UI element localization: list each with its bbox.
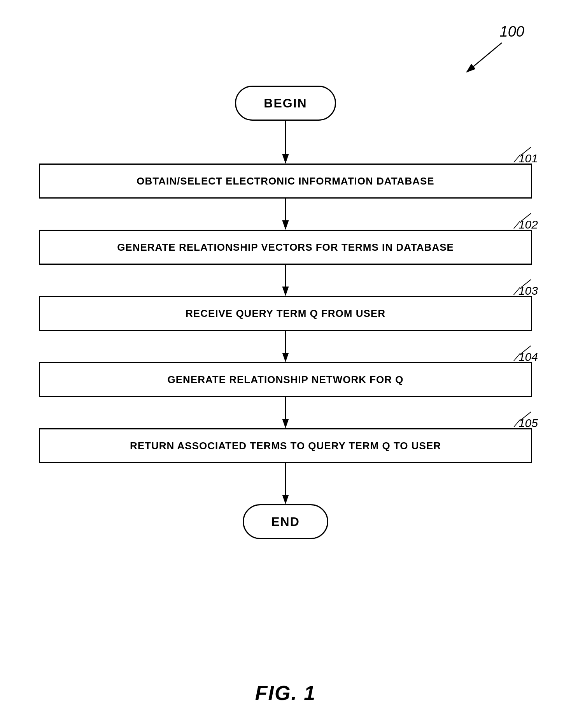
ref-number-100: 100	[500, 23, 524, 40]
ref-number-102: ∕102	[517, 218, 538, 231]
svg-line-1	[467, 43, 502, 72]
process-box-101: OBTAIN/SELECT ELECTRONIC INFORMATION DAT…	[39, 164, 532, 199]
process-label-104: GENERATE RELATIONSHIP NETWORK FOR Q	[167, 374, 403, 386]
end-terminal: END	[243, 504, 328, 539]
begin-label: BEGIN	[264, 96, 307, 111]
process-label-101: OBTAIN/SELECT ELECTRONIC INFORMATION DAT…	[137, 175, 434, 187]
begin-terminal: BEGIN	[235, 86, 336, 121]
process-box-104: GENERATE RELATIONSHIP NETWORK FOR Q	[39, 362, 532, 397]
process-label-105: RETURN ASSOCIATED TERMS TO QUERY TERM Q …	[130, 440, 441, 452]
process-box-102: GENERATE RELATIONSHIP VECTORS FOR TERMS …	[39, 230, 532, 265]
ref-number-105: ∕105	[517, 417, 538, 430]
process-label-103: RECEIVE QUERY TERM Q FROM USER	[186, 308, 385, 320]
process-box-105: RETURN ASSOCIATED TERMS TO QUERY TERM Q …	[39, 428, 532, 463]
figure-label: FIG. 1	[255, 681, 316, 705]
process-box-103: RECEIVE QUERY TERM Q FROM USER	[39, 296, 532, 331]
end-label: END	[271, 515, 300, 529]
ref-number-104: ∕104	[517, 350, 538, 364]
ref-number-103: ∕103	[517, 284, 538, 297]
diagram-container: 100 BEGIN ∕101 ∕102 ∕103 ∕104 ∕105 OBTAI…	[0, 0, 571, 728]
ref-number-101: ∕101	[517, 152, 538, 165]
process-label-102: GENERATE RELATIONSHIP VECTORS FOR TERMS …	[117, 241, 454, 253]
